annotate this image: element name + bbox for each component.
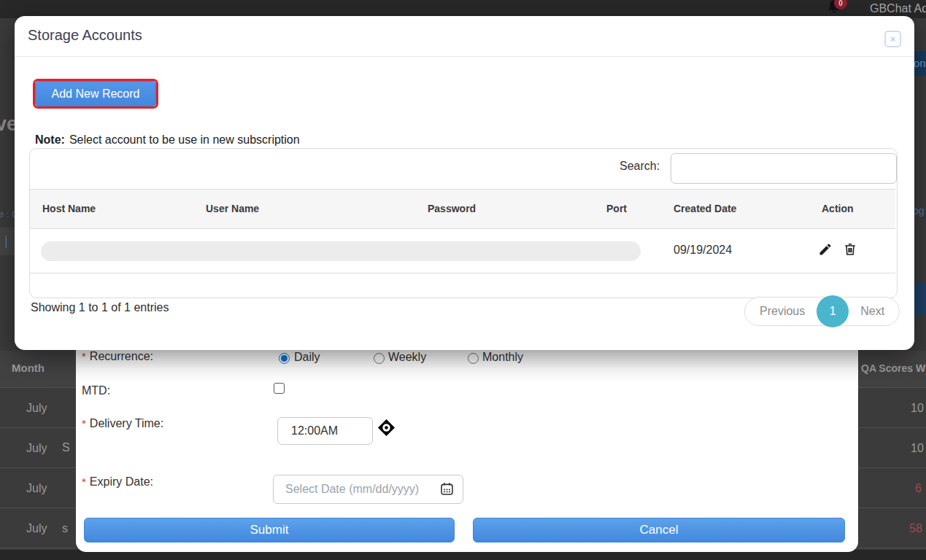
previous-page-button[interactable]: Previous: [760, 305, 805, 318]
col-password: Password: [428, 203, 476, 214]
note-text: Note:Select account to be use in new sub…: [35, 133, 300, 147]
radio-daily[interactable]: [279, 353, 290, 364]
bg-row-score: 6: [915, 482, 922, 495]
bg-row-divider: [0, 467, 76, 468]
expiry-date-field: [273, 475, 463, 504]
required-marker: *: [82, 475, 86, 488]
background-link-fragment: og: [913, 205, 925, 217]
radio-monthly-label[interactable]: Monthly: [482, 351, 523, 364]
col-port: Port: [606, 203, 627, 214]
note-label: Note:: [35, 133, 65, 146]
col-user-name: User Name: [206, 203, 259, 214]
col-created-date: Created Date: [674, 203, 736, 214]
bg-row-divider: [0, 427, 76, 428]
bg-row-divider: [858, 508, 926, 508]
mtd-checkbox[interactable]: [274, 383, 285, 394]
bg-row-score: 58: [909, 522, 922, 535]
time-picker-icon[interactable]: [378, 419, 395, 439]
delete-icon[interactable]: [843, 242, 859, 258]
bg-row-month: July: [26, 442, 47, 455]
delivery-time-input[interactable]: [277, 417, 373, 445]
storage-accounts-modal: Storage Accounts × Add New Record Note:S…: [15, 16, 914, 350]
bg-row-score: 10: [911, 402, 924, 415]
bg-row-divider: [0, 548, 76, 548]
next-page-button[interactable]: Next: [860, 305, 884, 318]
expiry-date-label: *Expiry Date:: [82, 475, 153, 489]
app-brand: GBChat Ad: [870, 2, 926, 15]
bg-row-divider: [858, 387, 926, 388]
redacted-account-data: [41, 241, 641, 261]
pagination: Previous 1 Next: [744, 297, 900, 326]
bg-row-month: July: [26, 402, 47, 415]
page-1-button[interactable]: 1: [817, 295, 849, 327]
bg-qa-header: QA Scores W: [861, 362, 925, 374]
accounts-table-card: Search: Host Name User Name Password Por…: [29, 148, 898, 298]
recurrence-label: *Recurrence:: [82, 350, 153, 363]
bg-row-month: July: [26, 522, 47, 535]
close-icon[interactable]: ×: [884, 31, 901, 47]
table-row[interactable]: 09/19/2024: [30, 229, 895, 273]
modal-title: Storage Accounts: [28, 27, 142, 44]
radio-daily-label[interactable]: Daily: [294, 351, 320, 364]
subscription-form-modal: *Recurrence: Daily Weekly Monthly MTD: *…: [76, 332, 858, 552]
bg-row-divider: [858, 548, 926, 548]
required-marker: *: [82, 417, 86, 429]
search-input[interactable]: [671, 153, 897, 184]
edit-icon[interactable]: [818, 242, 834, 258]
mtd-label: MTD:: [82, 384, 110, 397]
col-action: Action: [822, 203, 854, 214]
created-date-cell: 09/19/2024: [674, 244, 732, 257]
calendar-icon[interactable]: [439, 481, 455, 499]
bg-row-month: July: [26, 482, 47, 495]
required-marker: *: [82, 350, 86, 362]
bg-month-header: Month: [12, 362, 45, 374]
submit-button[interactable]: Submit: [84, 518, 455, 542]
expiry-date-input[interactable]: [273, 475, 463, 504]
header-divider: [15, 56, 914, 57]
bg-row-score: 10: [911, 442, 924, 455]
delivery-time-label: *Delivery Time:: [82, 417, 163, 430]
col-host-name: Host Name: [42, 203, 96, 214]
radio-weekly-label[interactable]: Weekly: [388, 351, 426, 364]
radio-monthly[interactable]: [468, 353, 479, 364]
bg-row-divider: [858, 467, 926, 468]
bg-row-divider: [858, 427, 926, 428]
table-header-row: Host Name User Name Password Port Create…: [30, 189, 895, 229]
search-label: Search:: [620, 160, 660, 173]
showing-entries-text: Showing 1 to 1 of 1 entries: [31, 301, 169, 314]
radio-weekly[interactable]: [374, 353, 385, 364]
add-new-record-button[interactable]: Add New Record: [35, 81, 156, 106]
cancel-button[interactable]: Cancel: [473, 518, 845, 542]
screen: 0 GBChat Ad ve e : C | on og Month QA Sc…: [0, 0, 926, 560]
bg-row-divider: [0, 508, 76, 508]
bg-row-extra: S: [62, 441, 70, 454]
bg-row-extra: s: [62, 522, 68, 535]
bg-row-divider: [0, 387, 76, 388]
